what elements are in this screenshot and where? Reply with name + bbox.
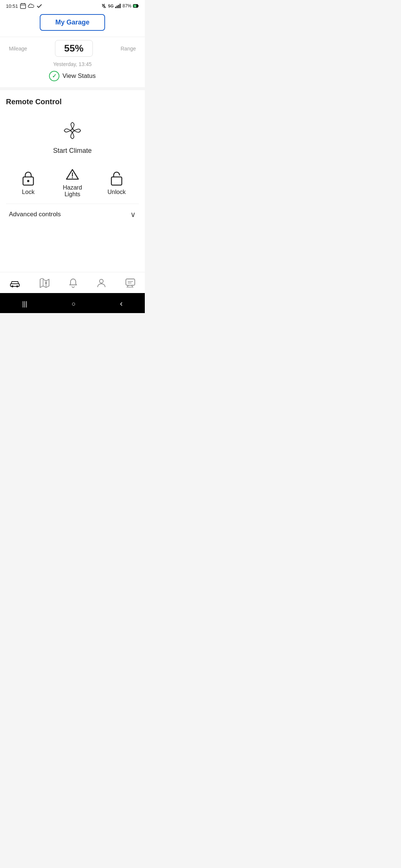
svg-rect-7 bbox=[118, 5, 119, 8]
nav-item-profile[interactable] bbox=[92, 277, 110, 289]
map-icon bbox=[40, 278, 49, 288]
lock-button[interactable]: Lock bbox=[13, 170, 43, 195]
nav-item-notifications[interactable] bbox=[64, 277, 82, 289]
my-garage-button[interactable]: My Garage bbox=[40, 14, 105, 31]
system-nav-bar: ||| ○ ‹ bbox=[0, 293, 145, 313]
cloud-icon bbox=[28, 4, 35, 8]
remote-control-card: Remote Control Start Climate bbox=[0, 90, 145, 272]
time-display: 10:51 bbox=[6, 3, 18, 9]
status-bar: 10:51 5G 87% bbox=[0, 0, 145, 10]
home-button[interactable]: ○ bbox=[66, 299, 82, 309]
advanced-controls-label: Advanced controls bbox=[9, 211, 61, 218]
status-right: 5G 87% bbox=[101, 3, 139, 9]
chat-icon bbox=[125, 279, 135, 287]
chevron-down-icon: ∨ bbox=[130, 210, 136, 219]
svg-rect-14 bbox=[27, 180, 29, 182]
status-left: 10:51 bbox=[6, 3, 42, 9]
controls-row: Lock Hazard Lights Unlock bbox=[6, 165, 139, 201]
signal-icon bbox=[115, 4, 121, 8]
svg-rect-8 bbox=[120, 4, 121, 8]
info-section: Yesterday, 13:45 ✓ View Status bbox=[0, 57, 145, 87]
start-climate-label: Start Climate bbox=[53, 147, 92, 155]
battery-center: 55% bbox=[55, 40, 93, 57]
unlock-button[interactable]: Unlock bbox=[102, 170, 131, 195]
menu-button[interactable]: ||| bbox=[16, 299, 33, 309]
stats-row: Mileage 55% Range bbox=[0, 37, 145, 57]
lock-icon bbox=[22, 170, 35, 186]
battery-percentage: 55% bbox=[64, 43, 84, 54]
mileage-label: Mileage bbox=[9, 46, 27, 52]
bottom-nav bbox=[0, 272, 145, 293]
network-icon: 5G bbox=[108, 4, 114, 8]
remote-control-title: Remote Control bbox=[6, 98, 139, 106]
nav-item-messages[interactable] bbox=[121, 277, 140, 289]
battery-icon bbox=[133, 4, 139, 8]
svg-point-16 bbox=[72, 177, 73, 178]
view-status-button[interactable]: ✓ View Status bbox=[49, 71, 95, 81]
hazard-lights-label: Hazard Lights bbox=[58, 184, 87, 198]
advanced-controls-row[interactable]: Advanced controls ∨ bbox=[6, 204, 139, 222]
start-climate-button[interactable]: Start Climate bbox=[6, 114, 139, 162]
svg-rect-17 bbox=[111, 177, 122, 185]
svg-point-24 bbox=[100, 279, 103, 283]
nav-item-map[interactable] bbox=[35, 277, 54, 289]
svg-rect-25 bbox=[126, 279, 135, 285]
svg-rect-5 bbox=[115, 7, 116, 8]
svg-rect-6 bbox=[117, 6, 118, 8]
battery-display: 87% bbox=[123, 3, 131, 9]
view-status-label: View Status bbox=[62, 72, 95, 80]
fan-icon bbox=[61, 119, 84, 142]
nav-item-car[interactable] bbox=[5, 277, 25, 289]
calendar-icon bbox=[20, 3, 26, 9]
unlock-icon bbox=[110, 170, 123, 186]
last-updated-timestamp: Yesterday, 13:45 bbox=[53, 61, 92, 67]
mute-icon bbox=[101, 3, 107, 9]
bell-icon bbox=[69, 278, 78, 288]
svg-rect-0 bbox=[20, 4, 26, 9]
unlock-label: Unlock bbox=[108, 189, 126, 195]
back-button[interactable]: ‹ bbox=[114, 297, 128, 310]
hazard-lights-button[interactable]: Hazard Lights bbox=[58, 168, 87, 198]
header: My Garage bbox=[0, 10, 145, 37]
svg-rect-10 bbox=[138, 5, 139, 7]
status-check-icon: ✓ bbox=[49, 71, 59, 81]
car-icon bbox=[10, 279, 20, 287]
check-icon bbox=[36, 3, 42, 9]
range-label: Range bbox=[121, 46, 136, 52]
person-icon bbox=[97, 278, 106, 288]
hazard-icon bbox=[66, 168, 79, 181]
lock-label: Lock bbox=[22, 189, 35, 195]
